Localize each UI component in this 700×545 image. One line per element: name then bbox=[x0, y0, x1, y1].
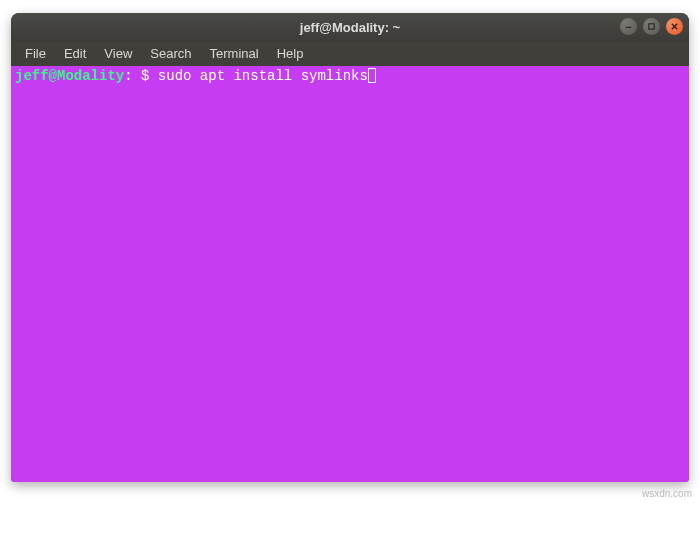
prompt-symbol: $ bbox=[141, 68, 158, 84]
menu-help[interactable]: Help bbox=[269, 43, 312, 64]
window-controls bbox=[620, 18, 683, 35]
cursor-icon bbox=[368, 68, 376, 83]
close-icon bbox=[670, 22, 679, 31]
menubar: File Edit View Search Terminal Help bbox=[11, 41, 689, 66]
prompt-user-host: jeff@Modality bbox=[15, 68, 124, 84]
close-button[interactable] bbox=[666, 18, 683, 35]
minimize-button[interactable] bbox=[620, 18, 637, 35]
maximize-icon bbox=[647, 22, 656, 31]
command-text: sudo apt install symlinks bbox=[158, 68, 368, 84]
terminal-line: jeff@Modality: $ sudo apt install symlin… bbox=[15, 68, 685, 85]
window-title: jeff@Modality: ~ bbox=[300, 20, 400, 35]
menu-file[interactable]: File bbox=[17, 43, 54, 64]
menu-edit[interactable]: Edit bbox=[56, 43, 94, 64]
terminal-body[interactable]: jeff@Modality: $ sudo apt install symlin… bbox=[11, 66, 689, 482]
minimize-icon bbox=[624, 22, 633, 31]
maximize-button[interactable] bbox=[643, 18, 660, 35]
prompt-path bbox=[133, 68, 141, 84]
menu-search[interactable]: Search bbox=[142, 43, 199, 64]
menu-view[interactable]: View bbox=[96, 43, 140, 64]
terminal-window: jeff@Modality: ~ File Edit View Search T… bbox=[11, 13, 689, 482]
menu-terminal[interactable]: Terminal bbox=[202, 43, 267, 64]
titlebar: jeff@Modality: ~ bbox=[11, 13, 689, 41]
prompt-colon: : bbox=[124, 68, 132, 84]
svg-rect-1 bbox=[649, 24, 654, 29]
watermark-text: wsxdn.com bbox=[642, 488, 692, 499]
